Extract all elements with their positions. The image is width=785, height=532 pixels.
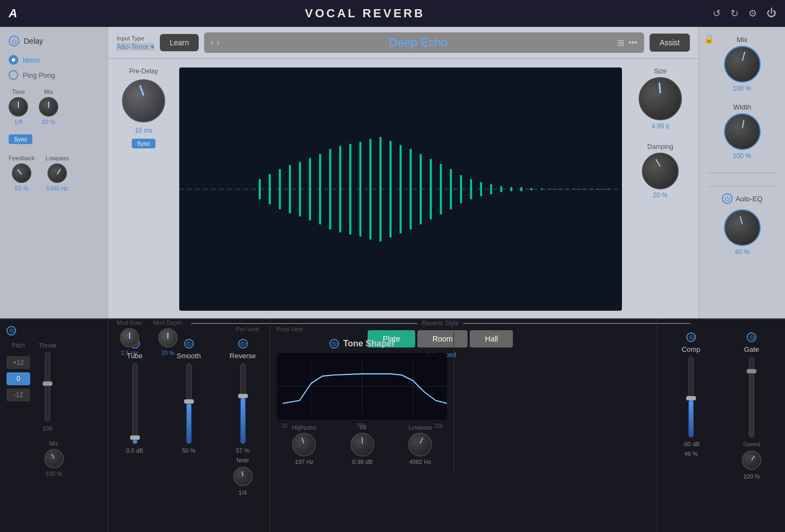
highpass-group: Highpass 197 Hz [292,424,317,465]
damping-section: Damping 20 % [642,143,679,199]
mix-delay-label: Mix [44,88,53,95]
redo-icon[interactable]: ↻ [730,8,739,19]
grid-icon[interactable]: ⊞ [617,38,624,48]
sync-button[interactable]: Sync [9,134,32,144]
input-type-select[interactable]: Alto-Tenor ▾ [117,43,154,51]
feedback-knob[interactable] [12,163,31,183]
gate-speed-label: Speed [743,441,760,447]
time-knob-group: Time 1/4 [9,88,28,125]
comp-power-button[interactable]: ⏻ [686,332,696,342]
pre-verb-section: Pre-Verb ⏻ Tube 0.0 dB ⏻ Smooth [108,319,270,532]
mod-rate-knob[interactable] [120,328,139,347]
reverb-right: Size 4.99 s Damping 20 % [631,67,690,311]
freq-750-label: 750 [356,423,366,429]
reverse-slider-track[interactable] [240,363,246,444]
pitch-throat-power-button[interactable]: ⏻ [6,326,16,336]
tone-graph-labels: 20 750 22k [277,422,447,430]
width-knob[interactable] [724,113,761,150]
auto-eq-power-button[interactable]: ⏻ [722,193,733,204]
next-preset-button[interactable]: › [216,38,219,47]
mono-radio[interactable]: Mono [9,55,99,65]
mix-knob-group: Mix 50 % [39,88,58,125]
comp-slider-track[interactable] [688,357,694,438]
tilt-knob[interactable] [350,433,374,456]
delay-power-button[interactable]: ⏻ [9,36,19,46]
smooth-slider-track[interactable] [186,363,192,444]
reverse-label: Reverse [229,352,255,360]
pre-verb-effects: ⏻ Tube 0.0 dB ⏻ Smooth 50 % [108,332,270,532]
damping-value: 20 % [653,192,667,199]
lowpass-label: Lowpass [45,155,69,161]
mix-right-knob[interactable] [724,46,761,83]
tone-knob-row: Highpass 197 Hz Tilt 0.98 dB Lowpass [277,424,447,465]
learn-button[interactable]: Learn [160,34,199,51]
freq-22k-label: 22k [434,423,443,429]
pre-delay-knob[interactable] [122,79,165,122]
time-label: Time [12,88,25,95]
pre-delay-sync-button[interactable]: Sync [132,139,155,148]
prev-preset-button[interactable]: ‹ [211,38,213,47]
assist-button[interactable]: Assist [649,33,690,52]
mix-bottom-group: Mix 100 % [6,440,101,477]
top-bar-controls: ↺ ↻ ⚙ ⏻ [713,8,776,19]
mix-right-label: Mix [736,36,747,44]
mod-depth-knob[interactable] [158,328,178,347]
lowpass-bottom-knob[interactable] [408,433,432,456]
reverse-value: 57 % [236,447,249,454]
mono-label: Mono [23,56,40,64]
reverb-area: Pre-Delay 10 ms Sync [108,59,699,319]
note-knob[interactable] [233,467,253,486]
auto-eq-label: Auto-EQ [736,195,763,203]
tube-label: Tube [127,352,143,360]
reverse-power-button[interactable]: ⏻ [238,339,248,349]
pre-delay-label: Pre-Delay [129,67,158,75]
comp-db-value: -60 dB [682,441,700,447]
throat-slider-thumb[interactable] [43,381,52,386]
undo-icon[interactable]: ↺ [713,8,721,19]
preset-icons: ⊞ ••• [617,38,638,48]
pitch-m12-button[interactable]: -12 [6,388,30,401]
time-knob[interactable] [9,97,28,117]
input-type-arrow: ▾ [151,43,154,51]
highpass-knob[interactable] [292,433,316,456]
gate-power-button[interactable]: ⏻ [747,332,756,342]
ping-pong-radio-dot [9,70,18,80]
lowpass-knob[interactable] [48,163,67,183]
delay-label: Delay [24,37,43,45]
note-value: 1/4 [239,489,247,496]
top-controls: Input Type Alto-Tenor ▾ Learn ‹ › Deep E… [108,27,699,59]
pitch-group: Pitch +12 0 -12 [6,342,30,406]
right-panel: 🔒 Mix 100 % Width 100 % ⏻ Auto-EQ 40 % [699,27,785,318]
pitch-p12-button[interactable]: +12 [6,356,30,369]
smooth-module: ⏻ Smooth 50 % [162,332,216,532]
mix-delay-knob[interactable] [39,97,58,117]
gate-speed-value: 100 % [743,473,760,480]
damping-knob[interactable] [642,153,679,189]
lowpass-knob-group: Lowpass 5390 Hz [45,155,69,192]
pitch-throat-row: Pitch +12 0 -12 Throat 100 [6,342,101,432]
gate-speed-knob[interactable] [742,451,761,470]
more-icon[interactable]: ••• [628,38,638,48]
power-icon[interactable]: ⏻ [767,8,776,19]
auto-eq-section: ⏻ Auto-EQ 40 % [708,186,776,256]
throat-slider-track[interactable] [45,352,50,422]
settings-icon[interactable]: ⚙ [748,8,757,19]
gate-slider-track[interactable] [749,357,754,438]
auto-eq-header: ⏻ Auto-EQ [708,193,776,204]
size-value: 4.99 s [652,122,669,130]
pitch-0-button[interactable]: 0 [6,372,30,385]
center-panel: Input Type Alto-Tenor ▾ Learn ‹ › Deep E… [108,27,699,318]
mix-right-group: 🔒 Mix 100 % [708,36,776,92]
tube-slider-track[interactable] [132,363,138,444]
smooth-value: 50 % [182,447,195,454]
ping-pong-label: Ping Pong [23,71,55,79]
ping-pong-radio[interactable]: Ping Pong [9,70,99,80]
left-panel: ⏻ Delay Mono Ping Pong Time 1/4 Mix 50 [0,27,108,318]
width-label: Width [733,103,751,111]
tone-shaper-header: ⏻ Tone Shaper [277,339,447,349]
tone-shaper-power-button[interactable]: ⏻ [329,339,339,349]
auto-eq-knob[interactable] [724,209,761,246]
size-knob[interactable] [639,77,682,120]
bottom-mix-knob[interactable] [44,449,64,468]
smooth-power-button[interactable]: ⏻ [184,339,194,349]
